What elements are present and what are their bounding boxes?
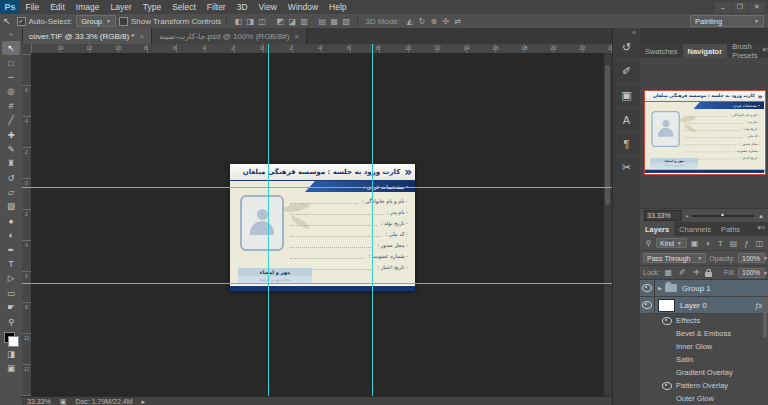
tab-layers[interactable]: Layers: [640, 222, 674, 236]
history-panel-icon[interactable]: ↺: [616, 36, 638, 59]
menu-3d[interactable]: 3D: [231, 0, 253, 14]
align-right-icon[interactable]: ◫: [256, 17, 268, 26]
zoom-out-icon[interactable]: ▴: [686, 213, 688, 218]
layer-name[interactable]: Layer 0: [680, 301, 707, 310]
layers-scrollbar[interactable]: [763, 298, 767, 338]
panel-menu-icon[interactable]: ▾≡: [757, 222, 768, 236]
blur-tool[interactable]: ●: [2, 214, 20, 228]
effect-row-gradient-overlay[interactable]: Gradient Overlay: [640, 366, 768, 379]
brush-tool[interactable]: ✎: [2, 142, 20, 156]
scrollbar-thumb[interactable]: [605, 65, 610, 205]
canvas-scrollbar[interactable]: [603, 53, 612, 396]
status-options-arrow[interactable]: ▸: [142, 398, 146, 405]
background-color-swatch[interactable]: [8, 336, 19, 347]
effect-row-bevel-emboss[interactable]: Bevel & Emboss: [640, 327, 768, 340]
menu-filter[interactable]: Filter: [201, 0, 231, 14]
clone-source-panel-icon[interactable]: ▣: [616, 83, 638, 107]
guide-vertical[interactable]: [372, 53, 373, 396]
menu-help[interactable]: Help: [324, 0, 352, 14]
lock-position-icon[interactable]: ✛: [691, 268, 702, 277]
align-middle-icon[interactable]: ◪: [286, 17, 298, 26]
restore-button[interactable]: ❐: [732, 2, 748, 13]
menu-layer[interactable]: Layer: [105, 0, 137, 14]
quick-mask-button[interactable]: ◨: [2, 347, 20, 361]
eye-icon[interactable]: [662, 317, 672, 325]
layer-thumbnail[interactable]: [658, 299, 675, 312]
slider-thumb[interactable]: ▲: [720, 211, 725, 217]
eye-icon[interactable]: [642, 284, 652, 292]
lock-transparency-icon[interactable]: ▦: [663, 268, 674, 277]
tab-cover-tif[interactable]: cover.TIF @ 33.3% (RGB/8) * ×: [22, 28, 152, 44]
guide-horizontal[interactable]: [31, 187, 612, 188]
collapse-toolbar-icon[interactable]: »: [9, 28, 13, 41]
lock-pixels-icon[interactable]: ✐: [677, 268, 688, 277]
filter-pixel-icon[interactable]: ▣: [689, 239, 700, 248]
guide-horizontal[interactable]: [31, 283, 612, 284]
close-button[interactable]: ✕: [749, 2, 765, 13]
align-bottom-icon[interactable]: ▥: [298, 17, 310, 26]
healing-brush-tool[interactable]: ✚: [2, 127, 20, 141]
tab-brush-presets[interactable]: Brush Presets: [727, 44, 762, 58]
shape-tool[interactable]: ▭: [2, 286, 20, 300]
menu-image[interactable]: Image: [70, 0, 105, 14]
fill-dropdown[interactable]: 100% ▼: [738, 268, 765, 278]
auto-select-target-dropdown[interactable]: Group ▼: [76, 15, 116, 27]
effect-row-inner-glow[interactable]: Inner Glow: [640, 340, 768, 353]
menu-edit[interactable]: Edit: [45, 0, 71, 14]
visibility-cell[interactable]: [640, 280, 655, 296]
history-brush-tool[interactable]: ↺: [2, 171, 20, 185]
tab-channels[interactable]: Channels: [674, 222, 716, 236]
effect-row-outer-glow[interactable]: Outer Glow: [640, 392, 768, 405]
dodge-tool[interactable]: ◐: [2, 228, 20, 242]
effect-row-pattern-overlay[interactable]: Pattern Overlay: [640, 379, 768, 392]
navigator-zoom-field[interactable]: 33.33%: [644, 210, 682, 221]
align-top-icon[interactable]: ◩: [274, 17, 286, 26]
navigator-thumbnail[interactable]: « کارت ورود به جلسه : موسسه فرهنگی مبلغا…: [644, 90, 766, 175]
3d-rotate-icon[interactable]: ◭: [404, 17, 416, 26]
eyedropper-tool[interactable]: ╱: [2, 113, 20, 127]
type-tool[interactable]: T: [2, 257, 20, 271]
screen-mode-button[interactable]: ▣: [2, 361, 20, 375]
eraser-tool[interactable]: ▱: [2, 185, 20, 199]
eye-icon[interactable]: [662, 382, 672, 390]
tab-navigator[interactable]: Navigator: [683, 44, 728, 58]
layer-row-layer0[interactable]: Layer 0 ƒx.: [640, 297, 768, 314]
distribute-right-icon[interactable]: ▧: [340, 17, 352, 26]
tab-paths[interactable]: Paths: [716, 222, 745, 236]
pen-tool[interactable]: ✒: [2, 242, 20, 256]
3d-roll-icon[interactable]: ↻: [416, 17, 428, 26]
close-icon[interactable]: ×: [294, 32, 299, 41]
lock-all-icon[interactable]: [705, 272, 712, 277]
foreground-background-colors[interactable]: [4, 332, 19, 347]
panel-menu-icon[interactable]: ▾≡: [763, 44, 768, 58]
3d-drag-icon[interactable]: ⊕: [428, 17, 440, 26]
menu-type[interactable]: Type: [137, 0, 166, 14]
workspace-switcher[interactable]: Painting ▼: [690, 15, 764, 27]
quick-selection-tool[interactable]: ◎: [2, 84, 20, 98]
path-selection-tool[interactable]: ▷: [2, 271, 20, 285]
3d-slide-icon[interactable]: ✣: [440, 17, 452, 26]
notes-panel-icon[interactable]: ✂: [616, 155, 638, 179]
distribute-left-icon[interactable]: ▤: [316, 17, 328, 26]
character-panel-icon[interactable]: A: [616, 107, 638, 131]
show-transform-checkbox[interactable]: .: [119, 17, 128, 26]
3d-scale-icon[interactable]: ⇄: [452, 17, 464, 26]
marquee-tool[interactable]: □: [2, 55, 20, 69]
gradient-tool[interactable]: ▨: [2, 199, 20, 213]
menu-file[interactable]: File: [20, 0, 45, 14]
lasso-tool[interactable]: ∽: [2, 70, 20, 84]
menu-window[interactable]: Window: [282, 0, 323, 14]
distribute-center-icon[interactable]: ▦: [328, 17, 340, 26]
close-icon[interactable]: ×: [139, 32, 144, 41]
expand-triangle-icon[interactable]: ▶: [658, 285, 662, 291]
effects-header-row[interactable]: Effects: [640, 314, 768, 327]
canvas-area[interactable]: « کارت ورود به جلسه : موسسه فرهنگی مبلغا…: [31, 53, 612, 396]
menu-view[interactable]: View: [253, 0, 282, 14]
filter-smart-object-icon[interactable]: ƒ: [741, 239, 752, 248]
layer-name[interactable]: Group 1: [682, 284, 711, 293]
visibility-cell[interactable]: [660, 382, 674, 390]
filter-kind-dropdown[interactable]: Kind ▼: [656, 238, 687, 248]
align-left-icon[interactable]: ◧: [232, 17, 244, 26]
navigator-zoom-slider[interactable]: ▲: [692, 215, 754, 217]
visibility-cell[interactable]: [640, 297, 655, 313]
